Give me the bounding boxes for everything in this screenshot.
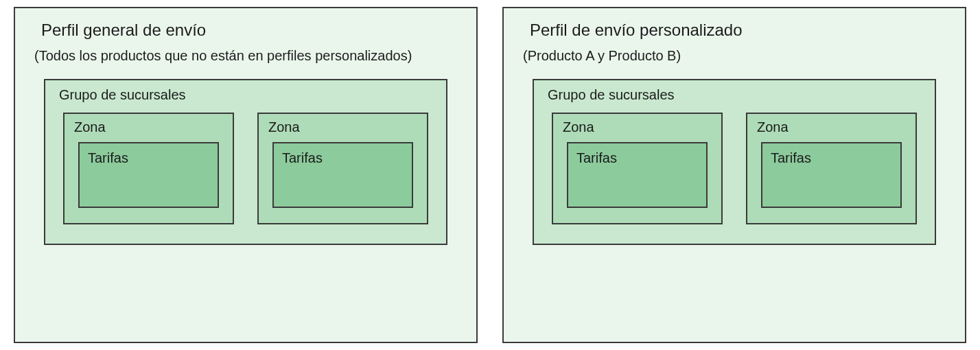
zone-label: Zona (757, 119, 907, 135)
rates-label: Tarifas (576, 150, 698, 166)
profile-custom: Perfil de envío personalizado (Producto … (502, 7, 966, 343)
location-group: Grupo de sucursales Zona Tarifas Zona Ta… (533, 79, 936, 245)
zone-box: Zona Tarifas (257, 113, 428, 224)
profile-title: Perfil general de envío (41, 21, 457, 40)
profile-subtitle: (Producto A y Producto B) (523, 48, 946, 64)
zone-box: Zona Tarifas (552, 113, 723, 224)
zones-row: Zona Tarifas Zona Tarifas (58, 113, 434, 224)
diagram-canvas: Perfil general de envío (Todos los produ… (0, 0, 980, 350)
rates-box: Tarifas (567, 142, 708, 208)
zone-label: Zona (563, 119, 713, 135)
profile-general: Perfil general de envío (Todos los produ… (14, 7, 478, 343)
rates-label: Tarifas (88, 150, 209, 166)
profile-title: Perfil de envío personalizado (530, 21, 946, 40)
zone-label: Zona (268, 119, 419, 135)
profile-subtitle: (Todos los productos que no están en per… (34, 48, 457, 64)
zone-box: Zona Tarifas (63, 113, 234, 224)
rates-label: Tarifas (282, 150, 404, 166)
zones-row: Zona Tarifas Zona Tarifas (546, 113, 922, 224)
zone-box: Zona Tarifas (746, 113, 917, 224)
location-group-label: Grupo de sucursales (548, 87, 922, 103)
zone-label: Zona (74, 119, 224, 135)
rates-box: Tarifas (761, 142, 902, 208)
rates-label: Tarifas (771, 150, 892, 166)
location-group: Grupo de sucursales Zona Tarifas Zona Ta… (44, 79, 447, 245)
rates-box: Tarifas (78, 142, 219, 208)
rates-box: Tarifas (272, 142, 413, 208)
location-group-label: Grupo de sucursales (59, 87, 434, 103)
